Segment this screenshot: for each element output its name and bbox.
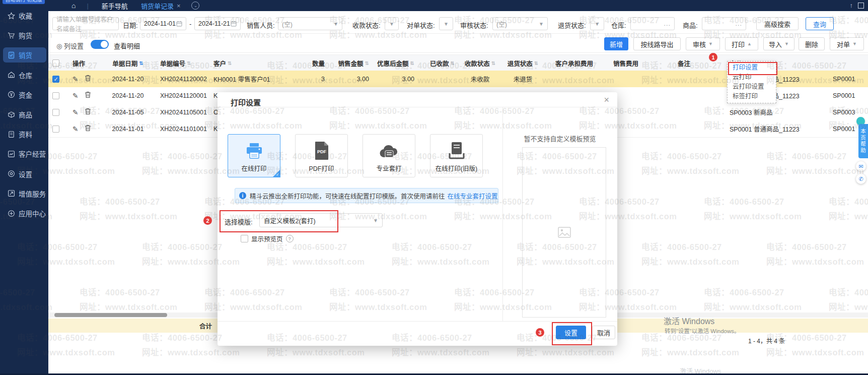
sort-icon[interactable]: ⇅: [534, 60, 538, 66]
cancel-button[interactable]: 取消: [592, 326, 615, 339]
audit-status-select[interactable]: (空)▼: [492, 17, 548, 30]
column-header-customer[interactable]: 客户⇅: [209, 55, 293, 71]
ellipsis-icon[interactable]: ...: [664, 20, 671, 27]
row-checkbox[interactable]: [52, 109, 59, 116]
date-from-input[interactable]: 2024-11-01: [140, 17, 186, 30]
print-button[interactable]: 打印▲: [725, 37, 758, 50]
sidebar-item-goods[interactable]: 商品: [3, 107, 46, 122]
sidebar-item-favorites[interactable]: 收藏: [3, 8, 46, 23]
column-header-code[interactable]: 单据编号⇅: [156, 55, 209, 71]
print-menu-item-3[interactable]: 云打印设置: [728, 82, 776, 92]
sidebar-item-funds[interactable]: 资金: [3, 87, 46, 102]
edition-badge: 自动销行 初始版: [3, 0, 45, 4]
select-all-checkbox[interactable]: [52, 59, 59, 67]
tab-list-icon[interactable]: ⌄: [191, 2, 199, 10]
print-menu-item-2[interactable]: 云打印: [728, 73, 776, 82]
sort-icon[interactable]: ⇅: [410, 60, 414, 66]
trash-icon[interactable]: [85, 91, 91, 100]
trash-icon[interactable]: [85, 108, 91, 116]
close-icon[interactable]: ×: [604, 95, 609, 105]
product-input[interactable]: ...: [702, 17, 746, 30]
date-to-input[interactable]: 2024-11-21: [194, 17, 241, 30]
template-select[interactable]: 自定义模板2(套打) ▼: [259, 213, 383, 227]
arrow-up-icon[interactable]: ↑: [850, 2, 853, 9]
column-header-pay_status[interactable]: 收款状态⇅: [459, 55, 501, 71]
sales-icon: [8, 51, 15, 59]
column-header-discounted[interactable]: 优惠后金额⇅: [373, 55, 418, 71]
tab-sales-records[interactable]: 销货单记录 ×: [141, 1, 181, 11]
sort-icon[interactable]: ⇅: [187, 60, 191, 66]
column-settings-control[interactable]: ◎ 列设置: [56, 41, 84, 50]
print-menu-item-1[interactable]: 打印设置: [728, 63, 776, 73]
mode-pdf-print[interactable]: PDF PDF打印: [295, 134, 348, 177]
mode-label: 在线打印(旧版): [436, 163, 477, 173]
warehouse-input[interactable]: ...: [630, 17, 675, 30]
pay-status-select[interactable]: ▼: [385, 17, 399, 30]
sidebar-item-settings[interactable]: 设置: [3, 166, 46, 181]
page-help-tab[interactable]: 本页帮助: [858, 124, 868, 158]
help-question-icon[interactable]: ?: [286, 235, 294, 242]
view-detail-toggle[interactable]: [91, 40, 109, 49]
sort-icon[interactable]: ⇅: [491, 60, 495, 66]
edit-icon[interactable]: ✎: [73, 125, 79, 133]
audit-status-label: 审核状态:: [460, 20, 488, 30]
cell-code: XH20241101001: [156, 120, 209, 137]
column-header-amount[interactable]: 销售金额⇅: [329, 55, 373, 71]
match-button[interactable]: 对单▼: [830, 37, 864, 50]
mode-online-print[interactable]: 在线打印 ✓: [228, 134, 280, 177]
export-by-route-button[interactable]: 按线路导出: [633, 37, 681, 50]
cell-value: 未收款: [471, 74, 490, 84]
service-phone-icon[interactable]: ✆: [856, 174, 866, 184]
close-tab-icon[interactable]: ×: [177, 2, 181, 10]
search-input[interactable]: 请输入单据号或客户名或备注: [52, 17, 119, 30]
sidebar-item-value-added[interactable]: 增值服务: [3, 186, 46, 201]
sidebar-item-purchase[interactable]: 购货: [3, 28, 46, 43]
ellipsis-icon[interactable]: ...: [736, 20, 742, 27]
sidebar-item-sales[interactable]: 销货: [3, 47, 46, 62]
add-button[interactable]: 新增: [604, 37, 628, 50]
audit-button[interactable]: 审核▼: [686, 37, 720, 50]
column-header-received[interactable]: 已收款⇅: [418, 55, 459, 71]
sidebar-item-warehouse[interactable]: 仓库: [3, 68, 46, 83]
sort-icon[interactable]: ⇅: [228, 60, 232, 66]
show-preview-checkbox[interactable]: [241, 235, 248, 242]
cell-value: XH20241120001: [160, 92, 207, 99]
sort-icon[interactable]: ⇅: [451, 60, 455, 66]
column-header-date[interactable]: 单据日期⇅: [100, 55, 156, 71]
query-button[interactable]: 查询: [806, 17, 834, 30]
notice-link[interactable]: 在线专业套打设置: [448, 191, 498, 201]
message-icon[interactable]: ✉: [856, 161, 866, 171]
trash-icon[interactable]: [85, 75, 91, 83]
trash-icon[interactable]: [85, 124, 91, 133]
tab-newbie-guide[interactable]: 新手导航: [102, 1, 128, 11]
row-checkbox[interactable]: [52, 92, 59, 99]
sidebar-item-customer-ops[interactable]: 客户经营: [3, 146, 46, 161]
delete-button[interactable]: 删除: [799, 37, 825, 50]
fullscreen-icon[interactable]: [858, 3, 864, 9]
advanced-search-button[interactable]: 高级搜索: [756, 17, 799, 30]
sidebar-item-data[interactable]: 资料: [3, 127, 46, 142]
edit-icon[interactable]: ✎: [73, 75, 79, 83]
print-menu-item-4[interactable]: 标签打印: [728, 92, 776, 101]
edit-icon[interactable]: ✎: [73, 108, 79, 116]
column-header-return_status[interactable]: 退货状态⇅: [501, 55, 544, 71]
sort-icon[interactable]: ⇅: [139, 60, 143, 66]
column-header-sales_fee: 销售费用: [597, 55, 642, 71]
row-checkbox[interactable]: [52, 126, 59, 133]
sidebar-item-app-center[interactable]: 应用中心: [3, 206, 46, 221]
salesperson-select[interactable]: (空)▼: [278, 17, 342, 30]
confirm-button[interactable]: 设置: [556, 326, 586, 339]
sidebar-item-label: 商品: [19, 109, 32, 119]
return-status-select[interactable]: ▼: [590, 17, 604, 30]
sort-icon[interactable]: ⇅: [365, 60, 369, 66]
cell-code: XH20241120002: [156, 71, 209, 87]
row-checkbox[interactable]: ✓: [52, 76, 59, 83]
home-icon[interactable]: ⌂: [71, 2, 76, 10]
scrollbar-thumb[interactable]: [54, 313, 167, 317]
match-status-select[interactable]: ▼: [439, 17, 453, 30]
mode-professional-print[interactable]: 专业套打: [363, 134, 415, 177]
mode-online-print-legacy[interactable]: 在线打印(旧版): [430, 134, 483, 177]
column-header-customer_fee: 客户承担费用: [544, 55, 597, 71]
import-button[interactable]: 导入▼: [763, 37, 794, 50]
edit-icon[interactable]: ✎: [73, 92, 79, 100]
